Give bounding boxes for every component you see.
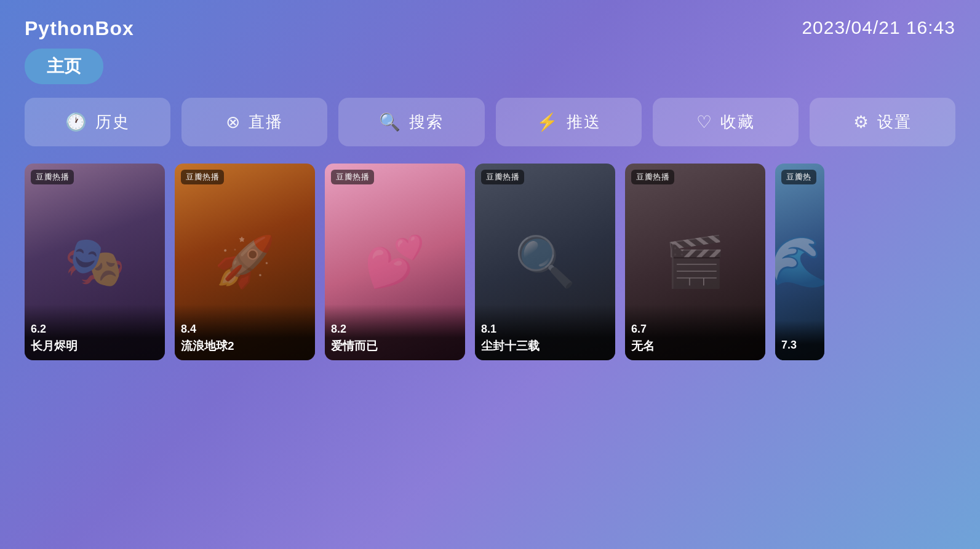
nav-btn-search[interactable]: 🔍搜索 — [338, 98, 484, 146]
movie-title-2: 流浪地球2 — [181, 338, 309, 354]
settings-label: 设置 — [877, 111, 912, 133]
movie-info-6: 7.3 — [775, 320, 824, 360]
favorites-icon: ♡ — [696, 112, 713, 132]
movie-rating-2: 8.4 — [181, 323, 309, 336]
movie-tag-3: 豆瓣热播 — [331, 170, 374, 184]
home-tab-area: 主页 — [25, 49, 955, 84]
nav-buttons-row: 🕐历史⊗直播🔍搜索⚡推送♡收藏⚙设置 — [0, 84, 980, 146]
home-tab-button[interactable]: 主页 — [25, 49, 103, 84]
live-icon: ⊗ — [226, 112, 241, 132]
movie-rating-4: 8.1 — [481, 323, 609, 336]
nav-btn-live[interactable]: ⊗直播 — [181, 98, 327, 146]
live-label: 直播 — [249, 111, 283, 133]
movie-rating-6: 7.3 — [781, 339, 818, 352]
nav-btn-push[interactable]: ⚡推送 — [496, 98, 642, 146]
movie-tag-4: 豆瓣热播 — [481, 170, 524, 184]
movie-card-3[interactable]: 💕豆瓣热播8.2爱情而已 — [325, 164, 465, 360]
movie-rating-5: 6.7 — [631, 323, 759, 336]
favorites-label: 收藏 — [720, 111, 755, 133]
settings-icon: ⚙ — [853, 112, 870, 132]
app-logo: PythonBox — [25, 17, 134, 40]
movie-tag-2: 豆瓣热播 — [181, 170, 224, 184]
movie-tag-6: 豆瓣热 — [781, 170, 816, 184]
movie-info-4: 8.1尘封十三载 — [475, 304, 615, 360]
movie-info-1: 6.2长月烬明 — [25, 304, 165, 360]
datetime-display: 2023/04/21 16:43 — [802, 17, 955, 38]
movie-title-4: 尘封十三载 — [481, 338, 609, 354]
push-label: 推送 — [567, 111, 601, 133]
history-icon: 🕐 — [65, 112, 88, 132]
movie-card-4[interactable]: 🔍豆瓣热播8.1尘封十三载 — [475, 164, 615, 360]
movie-card-5[interactable]: 🎬豆瓣热播6.7无名 — [625, 164, 765, 360]
movie-rating-3: 8.2 — [331, 323, 459, 336]
movie-info-5: 6.7无名 — [625, 304, 765, 360]
header: PythonBox 2023/04/21 16:43 — [0, 0, 980, 40]
history-label: 历史 — [95, 111, 130, 133]
push-icon: ⚡ — [536, 112, 559, 132]
movie-card-2[interactable]: 🚀豆瓣热播8.4流浪地球2 — [175, 164, 315, 360]
movie-title-5: 无名 — [631, 338, 759, 354]
movie-info-2: 8.4流浪地球2 — [175, 304, 315, 360]
movie-tag-5: 豆瓣热播 — [631, 170, 674, 184]
search-icon: 🔍 — [379, 112, 402, 132]
nav-btn-settings[interactable]: ⚙设置 — [810, 98, 955, 146]
movie-card-1[interactable]: 🎭豆瓣热播6.2长月烬明 — [25, 164, 165, 360]
movie-title-3: 爱情而已 — [331, 338, 459, 354]
movie-tag-1: 豆瓣热播 — [31, 170, 74, 184]
movie-rating-1: 6.2 — [31, 323, 159, 336]
nav-btn-favorites[interactable]: ♡收藏 — [653, 98, 799, 146]
movie-card-6[interactable]: 🌊豆瓣热7.3 — [775, 164, 824, 360]
nav-btn-history[interactable]: 🕐历史 — [25, 98, 170, 146]
search-label: 搜索 — [409, 111, 444, 133]
movie-info-3: 8.2爱情而已 — [325, 304, 465, 360]
movie-title-1: 长月烬明 — [31, 338, 159, 354]
movies-section: 🎭豆瓣热播6.2长月烬明🚀豆瓣热播8.4流浪地球2💕豆瓣热播8.2爱情而已🔍豆瓣… — [0, 146, 980, 360]
